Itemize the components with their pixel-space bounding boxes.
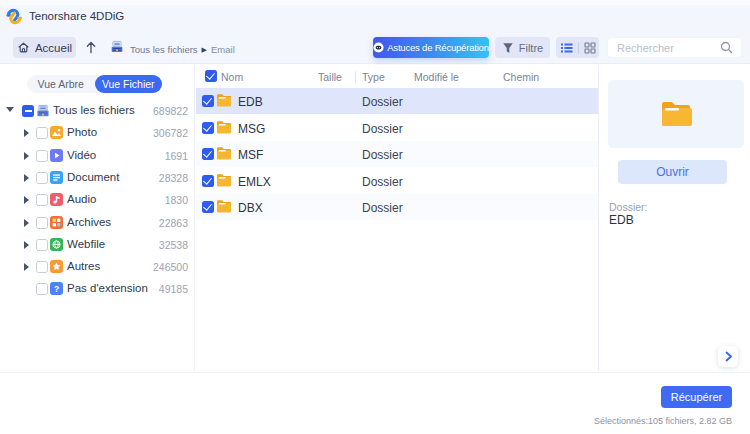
svg-text:?: ? (54, 284, 59, 294)
